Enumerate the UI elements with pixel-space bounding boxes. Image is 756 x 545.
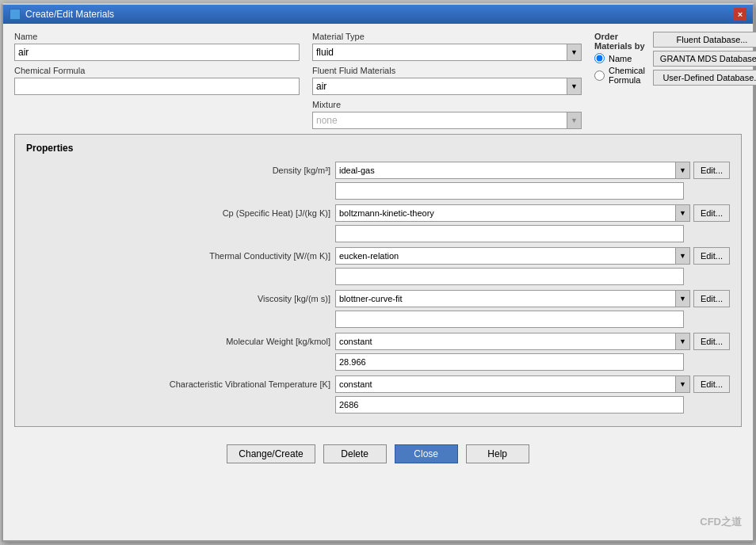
watermark: CFD之道 [700, 515, 742, 529]
thermal-conductivity-edit-button[interactable]: Edit... [693, 247, 730, 265]
thermal-conductivity-dropdown-wrapper[interactable]: eucken-relation constant polynomial ▼ [335, 247, 690, 265]
characteristic-vib-temp-label: Characteristic Vibrational Temperature [… [26, 379, 335, 389]
thermal-conductivity-value-input[interactable] [335, 268, 684, 285]
cp-select[interactable]: boltzmann-kinetic-theory constant polyno… [336, 205, 675, 221]
cp-edit-button[interactable]: Edit... [693, 204, 730, 222]
molecular-weight-label: Molecular Weight [kg/kmol] [26, 337, 335, 346]
title-bar: Create/Edit Materials × [3, 5, 753, 24]
characteristic-vib-temp-select[interactable]: constant [336, 376, 675, 392]
density-edit-button[interactable]: Edit... [693, 162, 730, 179]
molecular-weight-row: Molecular Weight [kg/kmol] constant poly… [26, 333, 730, 350]
mixture-select[interactable]: none [313, 112, 567, 128]
order-name-row: Name [594, 53, 645, 63]
order-chemical-row: Chemical Formula [594, 66, 645, 85]
properties-box: Properties Density [kg/m³] ideal-gas con… [14, 134, 742, 427]
molecular-weight-dropdown-wrapper[interactable]: constant polynomial ▼ [335, 333, 690, 350]
viscosity-value-input[interactable] [335, 311, 684, 328]
density-select[interactable]: ideal-gas constant polynomial [336, 162, 675, 178]
characteristic-vib-temp-value-input[interactable] [335, 396, 684, 414]
molecular-weight-select[interactable]: constant polynomial [336, 333, 675, 349]
properties-title: Properties [26, 143, 730, 154]
cp-value-input[interactable] [335, 225, 684, 242]
material-type-dropdown-wrapper[interactable]: fluid solid mixture ▼ [312, 44, 582, 61]
material-type-select[interactable]: fluid solid mixture [313, 44, 567, 60]
viscosity-select[interactable]: blottner-curve-fit constant polynomial [336, 291, 675, 307]
bottom-buttons: Change/Create Delete Close Help [3, 435, 753, 471]
fluent-fluid-select[interactable]: air [313, 78, 567, 94]
cp-arrow: ▼ [675, 205, 689, 221]
name-label: Name [14, 32, 300, 41]
name-field-group: Name [14, 32, 300, 61]
characteristic-vib-temp-edit-button[interactable]: Edit... [693, 375, 730, 393]
database-buttons: Fluent Database... GRANTA MDS Database..… [653, 32, 756, 86]
order-materials-group: Order Materials by Name Chemical Formula [594, 32, 645, 85]
mixture-group: Mixture none ▼ [312, 100, 582, 129]
mixture-arrow: ▼ [567, 112, 581, 128]
name-input[interactable] [14, 44, 300, 61]
title-bar-left: Create/Edit Materials [10, 9, 114, 20]
material-type-group: Material Type fluid solid mixture ▼ [312, 32, 582, 61]
cp-value-row [26, 225, 730, 242]
density-label: Density [kg/m³] [26, 166, 335, 175]
viscosity-label: Viscosity [kg/(m s)] [26, 294, 335, 303]
molecular-weight-arrow: ▼ [675, 333, 689, 349]
dialog-title: Create/Edit Materials [25, 9, 114, 20]
thermal-conductivity-value-row [26, 268, 730, 285]
order-chemical-label: Chemical Formula [609, 66, 645, 85]
viscosity-arrow: ▼ [675, 291, 689, 307]
thermal-conductivity-select[interactable]: eucken-relation constant polynomial [336, 248, 675, 264]
order-chemical-radio[interactable] [594, 71, 605, 81]
characteristic-vib-temp-value-row [26, 396, 730, 414]
viscosity-row: Viscosity [kg/(m s)] blottner-curve-fit … [26, 290, 730, 307]
chemical-formula-label: Chemical Formula [14, 66, 300, 75]
order-name-label: Name [609, 54, 632, 63]
material-type-arrow: ▼ [567, 44, 581, 60]
thermal-conductivity-label: Thermal Conductivity [W/(m K)] [26, 251, 335, 261]
density-row: Density [kg/m³] ideal-gas constant polyn… [26, 162, 730, 179]
fluent-fluid-group: Fluent Fluid Materials air ▼ [312, 66, 582, 95]
molecular-weight-edit-button[interactable]: Edit... [693, 333, 730, 350]
viscosity-edit-button[interactable]: Edit... [693, 290, 730, 307]
material-type-label: Material Type [312, 32, 582, 41]
density-value-row [26, 182, 730, 200]
density-value-input[interactable] [335, 182, 684, 200]
delete-button[interactable]: Delete [323, 444, 387, 463]
viscosity-value-row [26, 311, 730, 328]
help-button[interactable]: Help [466, 444, 529, 463]
dialog-icon [10, 9, 21, 20]
density-arrow: ▼ [675, 162, 689, 178]
thermal-conductivity-arrow: ▼ [675, 248, 689, 264]
dialog-content: Name Chemical Formula Material Type flui… [3, 24, 753, 435]
molecular-weight-value-input[interactable] [335, 353, 684, 371]
close-dialog-button[interactable]: Close [395, 444, 458, 463]
characteristic-vib-temp-row: Characteristic Vibrational Temperature [… [26, 375, 730, 393]
molecular-weight-value-row [26, 353, 730, 371]
viscosity-dropdown-wrapper[interactable]: blottner-curve-fit constant polynomial ▼ [335, 290, 690, 307]
cp-dropdown-wrapper[interactable]: boltzmann-kinetic-theory constant polyno… [335, 204, 690, 222]
chemical-formula-group: Chemical Formula [14, 66, 300, 95]
density-dropdown-wrapper[interactable]: ideal-gas constant polynomial ▼ [335, 162, 690, 179]
fluent-fluid-arrow: ▼ [567, 78, 581, 94]
thermal-conductivity-row: Thermal Conductivity [W/(m K)] eucken-re… [26, 247, 730, 265]
change-create-button[interactable]: Change/Create [227, 444, 315, 463]
order-label: Order Materials by [594, 32, 645, 51]
dialog-create-edit-materials: Create/Edit Materials × Name Chemical Fo… [2, 3, 754, 542]
mixture-label: Mixture [312, 100, 582, 109]
order-name-radio[interactable] [594, 53, 605, 63]
granta-database-button[interactable]: GRANTA MDS Database... [653, 51, 756, 67]
close-button[interactable]: × [734, 8, 746, 21]
fluent-fluid-label: Fluent Fluid Materials [312, 66, 582, 75]
mixture-dropdown-wrapper[interactable]: none ▼ [312, 112, 582, 129]
cp-row: Cp (Specific Heat) [J/(kg K)] boltzmann-… [26, 204, 730, 222]
fluent-fluid-dropdown-wrapper[interactable]: air ▼ [312, 78, 582, 95]
characteristic-vib-temp-dropdown-wrapper[interactable]: constant ▼ [335, 375, 690, 393]
user-defined-database-button[interactable]: User-Defined Database... [653, 70, 756, 86]
chemical-formula-input[interactable] [14, 78, 300, 95]
fluent-database-button[interactable]: Fluent Database... [653, 32, 756, 48]
characteristic-vib-temp-arrow: ▼ [675, 376, 689, 392]
cp-label: Cp (Specific Heat) [J/(kg K)] [26, 208, 335, 218]
